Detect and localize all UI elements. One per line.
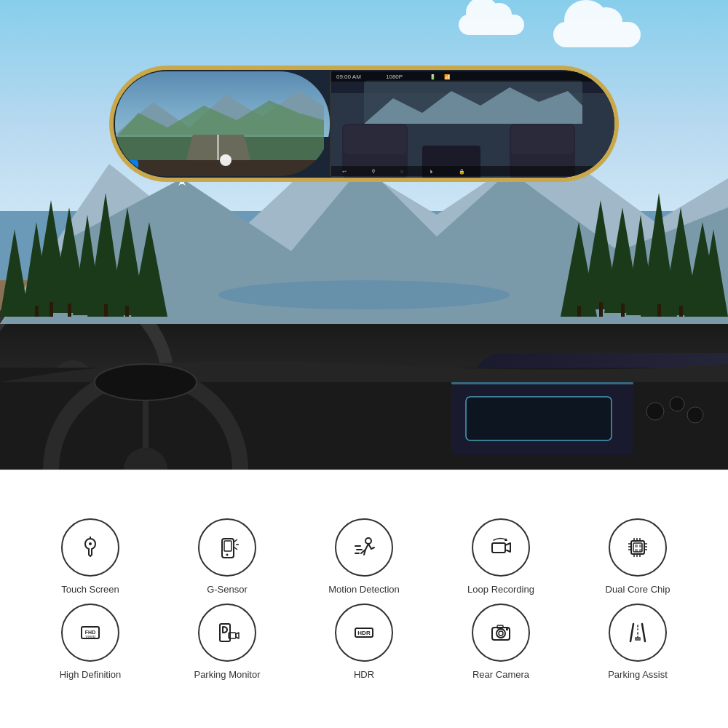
rear-camera-icon <box>486 618 515 647</box>
svg-line-130 <box>630 624 633 641</box>
dashboard-detail <box>0 324 728 470</box>
motion-detection-icon-circle <box>335 518 393 577</box>
svg-text:○: ○ <box>400 169 403 174</box>
svg-rect-38 <box>466 397 612 440</box>
svg-line-86 <box>234 547 237 550</box>
parking-assist-label: Parking Assist <box>608 669 668 681</box>
hdr-icon: HDR <box>349 618 379 647</box>
svg-rect-56 <box>330 71 331 176</box>
svg-point-36 <box>95 364 197 400</box>
feature-parking-monitor: Parking Monitor <box>169 604 285 681</box>
feature-high-definition: FHD 1080P High Definition <box>32 604 149 681</box>
motion-detection-label: Motion Detection <box>328 584 400 596</box>
svg-rect-114 <box>639 545 642 547</box>
svg-rect-134 <box>635 637 641 641</box>
feature-rear-camera: Rear Camera <box>443 604 559 681</box>
svg-point-126 <box>496 629 505 638</box>
svg-point-41 <box>670 397 684 411</box>
svg-text:🔒: 🔒 <box>459 168 465 175</box>
svg-rect-28 <box>599 302 603 317</box>
features-row-2: FHD 1080P High Definition Parking Monito… <box>22 604 706 681</box>
parking-monitor-icon-circle <box>198 604 256 662</box>
svg-rect-27 <box>577 306 581 317</box>
svg-line-92 <box>371 547 374 549</box>
svg-point-127 <box>499 631 503 636</box>
svg-rect-15 <box>50 302 53 317</box>
svg-rect-96 <box>492 543 505 553</box>
svg-rect-18 <box>125 306 129 317</box>
svg-rect-64 <box>511 125 574 154</box>
feature-motion-detection: Motion Detection <box>306 518 422 596</box>
svg-point-40 <box>646 403 664 420</box>
g-sensor-label: G-Sensor <box>207 584 248 596</box>
rear-camera-label: Rear Camera <box>472 669 529 681</box>
features-section: Touch Screen G-Sensor <box>0 470 728 728</box>
svg-marker-122 <box>236 633 239 638</box>
svg-text:🎙: 🎙 <box>371 169 376 174</box>
loop-recording-icon <box>486 533 515 562</box>
svg-text:HDR: HDR <box>357 630 371 636</box>
svg-rect-29 <box>621 304 625 317</box>
svg-rect-30 <box>657 304 661 317</box>
g-sensor-icon <box>213 533 242 562</box>
svg-rect-66 <box>331 71 614 82</box>
dual-core-chip-icon <box>623 533 652 562</box>
parking-assist-icon <box>623 618 652 647</box>
mirror-svg: 09:00 AM 1080P 🔋 📶 ↩ 🎙 ○ ⏵ 🔒 <box>109 66 619 182</box>
hdr-icon-circle: HDR <box>335 604 393 662</box>
svg-point-42 <box>687 407 703 423</box>
parking-monitor-label: Parking Monitor <box>194 669 260 681</box>
features-row-1: Touch Screen G-Sensor <box>22 518 706 596</box>
svg-text:🔋: 🔋 <box>430 74 436 80</box>
touch-screen-icon <box>76 533 105 562</box>
svg-line-91 <box>368 544 371 549</box>
motion-detection-icon <box>349 533 379 562</box>
svg-point-5 <box>218 280 510 309</box>
svg-line-131 <box>642 624 645 641</box>
svg-text:09:00 AM: 09:00 AM <box>336 74 361 80</box>
svg-line-88 <box>365 544 368 550</box>
svg-text:📶: 📶 <box>444 74 451 80</box>
svg-text:↩: ↩ <box>342 169 347 174</box>
touch-screen-icon-circle <box>61 518 119 577</box>
svg-rect-116 <box>639 549 642 552</box>
feature-dual-core-chip: Dual Core Chip <box>579 518 696 596</box>
svg-rect-14 <box>35 306 39 317</box>
feature-hdr: HDR HDR <box>306 604 422 681</box>
rear-camera-icon-circle <box>472 604 530 662</box>
high-definition-icon-circle: FHD 1080P <box>61 604 119 662</box>
cloud-2 <box>459 15 524 35</box>
svg-marker-97 <box>505 543 510 552</box>
feature-parking-assist: Parking Assist <box>579 604 696 681</box>
hero-section: 09:00 AM 1080P 🔋 📶 ↩ 🎙 ○ ⏵ 🔒 <box>0 0 728 470</box>
touch-screen-label: Touch Screen <box>61 584 119 596</box>
g-sensor-icon-circle <box>198 518 256 577</box>
svg-point-87 <box>365 538 371 544</box>
hdr-label: HDR <box>354 669 374 681</box>
svg-point-83 <box>226 553 229 555</box>
svg-text:⏵: ⏵ <box>430 169 435 174</box>
feature-g-sensor: G-Sensor <box>169 518 285 596</box>
svg-text:FHD: FHD <box>85 630 95 635</box>
svg-point-79 <box>89 542 92 545</box>
rearview-mirror: 09:00 AM 1080P 🔋 📶 ↩ 🎙 ○ ⏵ 🔒 <box>109 66 619 182</box>
high-definition-icon: FHD 1080P <box>76 618 105 647</box>
svg-marker-9 <box>0 229 29 317</box>
parking-monitor-icon <box>213 618 242 647</box>
svg-rect-62 <box>344 125 406 154</box>
svg-rect-39 <box>451 382 633 384</box>
dual-core-chip-icon-circle <box>609 518 667 577</box>
parking-assist-icon-circle <box>609 604 667 662</box>
cloud-1 <box>553 22 641 47</box>
svg-rect-16 <box>68 304 71 317</box>
svg-text:1080P: 1080P <box>85 635 96 639</box>
svg-rect-115 <box>635 549 638 552</box>
high-definition-label: High Definition <box>60 669 122 681</box>
svg-rect-129 <box>506 628 508 630</box>
svg-rect-17 <box>104 304 108 317</box>
loop-recording-icon-circle <box>472 518 530 577</box>
svg-line-84 <box>234 539 237 542</box>
svg-rect-113 <box>635 545 638 547</box>
svg-rect-31 <box>679 306 683 317</box>
feature-touch-screen: Touch Screen <box>32 518 149 596</box>
